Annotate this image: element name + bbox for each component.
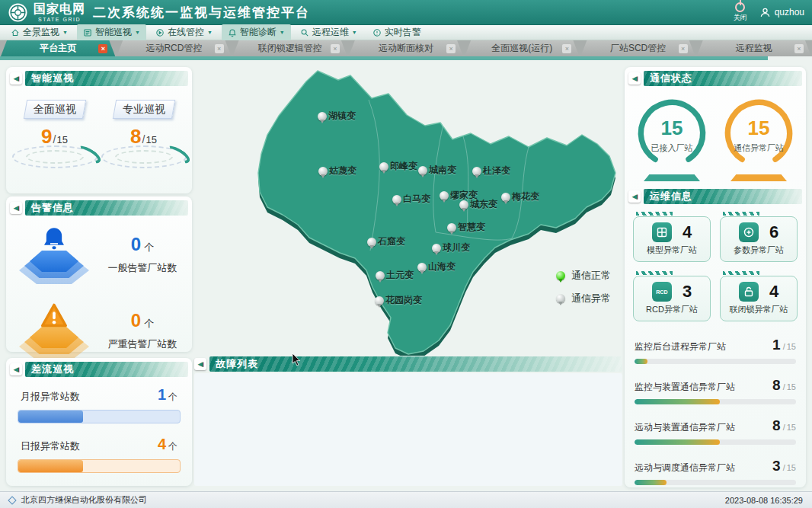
map-station[interactable]: 石窟变 <box>367 235 405 248</box>
tab-station-scd[interactable]: 厂站SCD管控× <box>580 40 695 56</box>
menu-item-smart-diagnosis[interactable]: 智能诊断 ▼ <box>222 24 291 40</box>
collapse-arrow-icon[interactable]: ◀ <box>10 72 22 85</box>
map-station[interactable]: 梅花变 <box>501 190 539 203</box>
map-station[interactable]: 湖镇变 <box>318 110 356 123</box>
status-bar: 北京四方继保自动化股份有限公司 2023-08-08 16:35:29 <box>0 491 812 508</box>
map-station[interactable]: 山海变 <box>417 260 456 273</box>
menu-item-online-control[interactable]: 在线管控 ▼ <box>149 24 219 40</box>
interlock-abnormal-card[interactable]: 4 联闭锁异常厂站 <box>720 276 798 321</box>
daily-progress-bar <box>18 459 181 473</box>
map-station[interactable]: 球川变 <box>432 241 470 254</box>
section-header-alarm-info: ◀ 告警信息 <box>10 200 188 216</box>
progress-bar <box>635 359 796 364</box>
collapse-arrow-icon[interactable]: ◀ <box>10 202 22 214</box>
tab-remote-rcd[interactable]: 远动RCD管控× <box>117 40 231 56</box>
collapse-arrow-icon[interactable]: ◀ <box>194 358 206 370</box>
user-menu[interactable]: quzhou <box>759 7 804 18</box>
widget-label: 全面巡视 <box>23 100 85 119</box>
comm-abnormal-icon <box>556 294 565 303</box>
severe-alarm-row: 0个 严重告警厂站数 <box>10 292 188 368</box>
section-title: 运维信息 <box>650 190 692 203</box>
param-abnormal-card[interactable]: 6 参数异常厂站 <box>720 216 798 262</box>
professional-patrol-widget[interactable]: 专业巡视 8/15 <box>104 100 184 168</box>
chevron-down-icon: ▼ <box>62 30 68 35</box>
app-window: 国家电网 STATE GRID 二次系统统一监视与运维管控平台 关闭 quzho… <box>0 0 812 508</box>
company-icon <box>8 496 16 504</box>
menu-item-remote-ops[interactable]: 远程运维 ▼ <box>294 24 363 40</box>
tab-platform-home[interactable]: 平台主页× <box>1 40 115 56</box>
close-icon[interactable]: × <box>794 44 804 53</box>
tab-interlock-logic[interactable]: 联闭锁逻辑管控× <box>233 40 347 56</box>
general-alarm-row: 0个 一般告警厂站数 <box>10 216 188 292</box>
close-icon[interactable]: × <box>215 44 224 53</box>
username: quzhou <box>775 7 804 18</box>
collapse-arrow-icon[interactable]: ◀ <box>10 363 22 375</box>
gauge-label: 已接入厂站 <box>632 142 711 154</box>
section-title: 智能巡视 <box>31 72 74 85</box>
map-station[interactable]: 白马变 <box>392 193 430 206</box>
region-map[interactable]: 湖镇变 姑蔑变 郎峰变 城南变 杜泽变 白马变 缪家变 城东变 梅花变 智慧变 … <box>192 60 623 356</box>
progress-row-remote-device-comm: 远动与装置通信异常厂站 8/15 <box>635 417 796 445</box>
mouse-cursor <box>292 353 301 366</box>
station-pin-icon <box>418 166 427 175</box>
map-station[interactable]: 杜泽变 <box>472 165 510 177</box>
map-station[interactable]: 城东变 <box>459 198 497 211</box>
tab-full-patrol-running[interactable]: 全面巡视(运行)× <box>465 40 579 56</box>
gauge-value: 15 <box>719 117 798 140</box>
close-icon[interactable]: × <box>562 44 571 53</box>
station-pin-icon <box>472 167 481 176</box>
menu-item-panorama[interactable]: 全景监视 ▼ <box>5 24 74 40</box>
company-name: 北京四方继保自动化股份有限公司 <box>21 494 147 506</box>
full-patrol-widget[interactable]: 全面巡视 9/15 <box>15 100 94 168</box>
section-header-ops-info: ◀ 运维信息 <box>628 189 802 204</box>
list-icon <box>83 28 92 37</box>
collapse-arrow-icon[interactable]: ◀ <box>628 190 641 203</box>
map-station[interactable]: 姑蔑变 <box>318 165 356 177</box>
rcd-abnormal-card[interactable]: RCD 3 RCD异常厂站 <box>633 276 711 321</box>
user-icon <box>759 7 771 18</box>
progress-bar <box>635 480 796 485</box>
section-title: 告警信息 <box>31 201 74 215</box>
close-icon[interactable]: × <box>98 44 107 53</box>
map-station[interactable]: 花园岗变 <box>375 294 422 307</box>
model-abnormal-card[interactable]: 4 模型异常厂站 <box>633 216 711 262</box>
severe-alarm-label: 严重告警厂站数 <box>101 337 184 351</box>
fault-list-panel[interactable] <box>194 373 622 486</box>
close-icon[interactable]: × <box>446 44 456 53</box>
map-station[interactable]: 智慧变 <box>447 221 485 234</box>
station-pin-icon <box>459 200 468 209</box>
station-pin-icon <box>318 167 328 176</box>
collapse-arrow-icon[interactable]: ◀ <box>628 72 641 85</box>
station-pin-icon <box>318 112 327 121</box>
home-icon <box>11 28 20 37</box>
station-pin-icon <box>379 162 388 171</box>
station-pin-icon <box>432 244 441 253</box>
tab-remote-monitor[interactable]: 远程监视× <box>697 40 811 56</box>
play-circle-icon <box>155 28 165 37</box>
title-bar: 国家电网 STATE GRID 二次系统统一监视与运维管控平台 关闭 quzho… <box>0 0 812 25</box>
station-pin-icon <box>447 223 456 232</box>
close-button[interactable]: 关闭 <box>734 2 747 23</box>
daily-abnormal-row: 日报异常站数 4个 <box>10 427 188 476</box>
tab-remote-section-check[interactable]: 远动断面核对× <box>349 40 463 56</box>
general-alarm-count: 0 <box>131 234 141 254</box>
map-station[interactable]: 城南变 <box>418 164 456 177</box>
state-grid-logo-icon <box>8 2 28 23</box>
section-header-smart-patrol: ◀ 智能巡视 <box>10 71 188 86</box>
menu-item-smart-patrol[interactable]: 智能巡视 ▼ <box>77 24 146 40</box>
map-station[interactable]: 郎峰变 <box>379 160 417 173</box>
map-station[interactable]: 土元变 <box>376 269 414 282</box>
widget-value: 8/15 <box>104 125 184 149</box>
gauge-value: 15 <box>632 117 711 140</box>
gauge-label: 通信异常厂站 <box>719 142 798 154</box>
monthly-progress-bar <box>18 410 181 423</box>
brand: 国家电网 STATE GRID <box>34 3 85 22</box>
close-icon[interactable]: × <box>331 44 340 53</box>
chevron-down-icon: ▼ <box>280 30 285 35</box>
chevron-down-icon: ▼ <box>352 30 357 35</box>
diff-patrol-panel: ◀ 差流巡视 月报异常站数 1个 日报异常站数 4个 <box>6 358 192 486</box>
tab-bar: 平台主页× 远动RCD管控× 联闭锁逻辑管控× 远动断面核对× 全面巡视(运行)… <box>0 40 812 56</box>
chevron-down-icon: ▼ <box>135 30 140 35</box>
menu-item-realtime-alarm[interactable]: 实时告警 <box>366 24 427 40</box>
close-icon[interactable]: × <box>679 44 688 53</box>
